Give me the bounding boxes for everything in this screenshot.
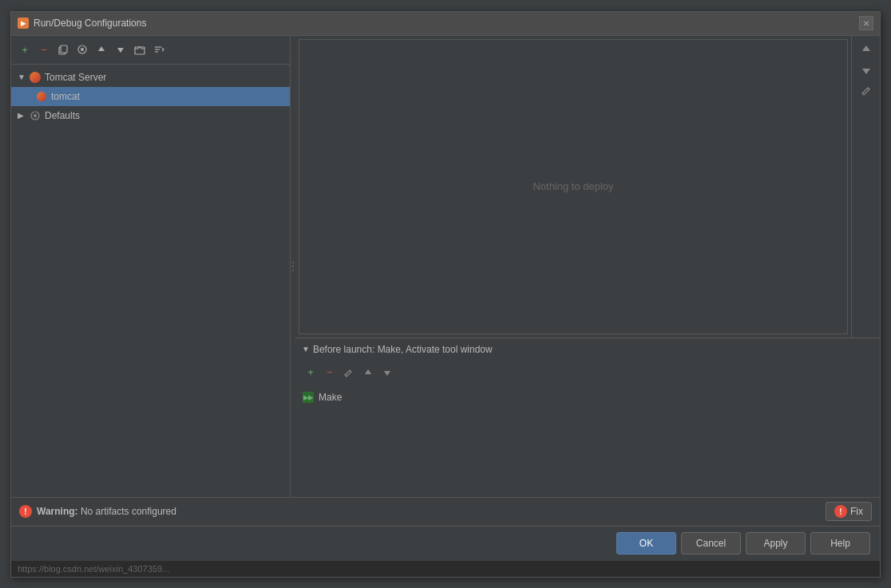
move-to-group-button[interactable] bbox=[131, 41, 148, 58]
svg-point-11 bbox=[292, 266, 294, 267]
move-down-button[interactable] bbox=[112, 41, 129, 58]
deploy-empty-message: Nothing to deploy bbox=[533, 180, 613, 192]
move-launch-down-button[interactable] bbox=[378, 364, 396, 381]
ok-button[interactable]: OK bbox=[616, 532, 676, 554]
defaults-icon bbox=[29, 109, 42, 122]
add-launch-button[interactable]: + bbox=[302, 364, 319, 381]
warning-text: Warning: No artifacts configured bbox=[37, 506, 826, 517]
down-action-button[interactable] bbox=[857, 61, 875, 79]
tomcat-server-label: Tomcat Server bbox=[45, 72, 106, 83]
warning-bar: ! Warning: No artifacts configured ! Fix bbox=[11, 497, 880, 526]
apply-button[interactable]: Apply bbox=[746, 532, 806, 554]
fix-label: Fix bbox=[850, 506, 863, 517]
run-debug-dialog: ▶ Run/Debug Configurations ✕ + − bbox=[10, 11, 881, 578]
svg-point-10 bbox=[292, 262, 294, 263]
copy-config-button[interactable] bbox=[54, 41, 72, 58]
svg-point-3 bbox=[81, 48, 84, 51]
tomcat-server-group[interactable]: ▼ Tomcat Server bbox=[11, 68, 290, 87]
warning-prefix: Warning: bbox=[37, 506, 78, 517]
sort-button[interactable] bbox=[150, 41, 168, 58]
edit-action-button[interactable] bbox=[857, 82, 875, 100]
left-panel: + − bbox=[11, 36, 291, 497]
defaults-arrow: ▶ bbox=[18, 111, 29, 120]
edit-templates-button[interactable] bbox=[73, 41, 91, 58]
move-launch-up-button[interactable] bbox=[359, 364, 377, 381]
tomcat-item-icon bbox=[35, 90, 48, 103]
svg-point-12 bbox=[292, 270, 294, 271]
side-actions bbox=[851, 36, 880, 337]
before-launch-header[interactable]: ▼ Before launch: Make, Activate tool win… bbox=[295, 338, 880, 361]
url-bar: https://blog.csdn.net/weixin_4307359... bbox=[11, 561, 880, 577]
tomcat-item[interactable]: tomcat bbox=[11, 87, 290, 106]
cancel-button[interactable]: Cancel bbox=[681, 532, 741, 554]
before-launch-arrow: ▼ bbox=[302, 345, 310, 353]
make-label: Make bbox=[319, 392, 342, 403]
defaults-item[interactable]: ▶ Defaults bbox=[11, 106, 290, 125]
svg-rect-1 bbox=[61, 45, 67, 53]
warning-icon: ! bbox=[19, 505, 32, 518]
warning-message: No artifacts configured bbox=[81, 506, 176, 517]
before-launch-section: ▼ Before launch: Make, Activate tool win… bbox=[295, 337, 880, 497]
remove-launch-button[interactable]: − bbox=[321, 364, 339, 381]
move-up-button[interactable] bbox=[93, 41, 110, 58]
deploy-area: Nothing to deploy bbox=[295, 36, 880, 337]
svg-point-9 bbox=[34, 114, 37, 117]
configurations-tree: ▼ Tomcat Server tomcat ▶ bbox=[11, 65, 290, 497]
before-launch-toolbar: + − bbox=[295, 361, 880, 385]
svg-text:▶▶: ▶▶ bbox=[303, 394, 314, 401]
right-panel: Nothing to deploy bbox=[295, 36, 880, 497]
main-content: + − bbox=[11, 36, 880, 497]
add-config-button[interactable]: + bbox=[16, 41, 34, 58]
tomcat-item-label: tomcat bbox=[51, 91, 80, 102]
svg-rect-4 bbox=[135, 47, 145, 54]
dialog-icon: ▶ bbox=[18, 18, 29, 29]
launch-list: ▶▶ Make bbox=[295, 385, 880, 497]
deploy-main: Nothing to deploy bbox=[295, 36, 851, 337]
tomcat-server-icon bbox=[29, 71, 42, 84]
edit-launch-button[interactable] bbox=[340, 364, 358, 381]
title-bar: ▶ Run/Debug Configurations ✕ bbox=[11, 12, 880, 36]
help-button[interactable]: Help bbox=[810, 532, 870, 554]
dialog-title: Run/Debug Configurations bbox=[34, 18, 859, 29]
before-launch-title: Before launch: Make, Activate tool windo… bbox=[313, 344, 493, 355]
make-launch-item[interactable]: ▶▶ Make bbox=[302, 388, 873, 407]
close-button[interactable]: ✕ bbox=[859, 16, 873, 30]
configurations-toolbar: + − bbox=[11, 36, 290, 65]
fix-icon: ! bbox=[834, 505, 847, 518]
url-text: https://blog.csdn.net/weixin_4307359... bbox=[18, 564, 169, 574]
up-action-button[interactable] bbox=[857, 41, 875, 58]
fix-button[interactable]: ! Fix bbox=[826, 502, 872, 521]
defaults-label: Defaults bbox=[45, 110, 80, 121]
tomcat-server-arrow: ▼ bbox=[18, 73, 29, 81]
remove-config-button[interactable]: − bbox=[35, 41, 53, 58]
deploy-content: Nothing to deploy bbox=[299, 39, 848, 334]
bottom-buttons: OK Cancel Apply Help bbox=[11, 526, 880, 561]
